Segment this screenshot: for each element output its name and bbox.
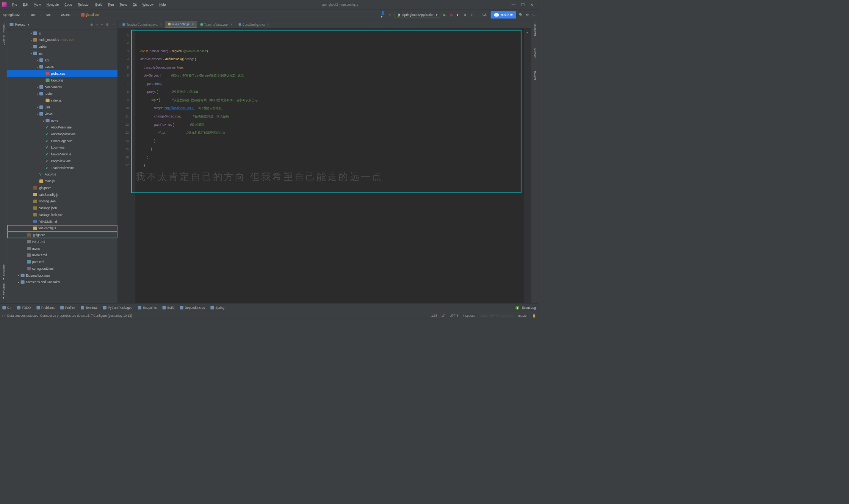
tree-node-assets[interactable]: assets: [7, 63, 117, 70]
code-line[interactable]: [140, 178, 524, 186]
toolwindow-build[interactable]: Build: [163, 306, 174, 310]
toolwindow-commit[interactable]: Commit: [2, 34, 5, 47]
toolwindow-profiler[interactable]: Profiler: [60, 306, 75, 310]
fold-gutter[interactable]: [131, 28, 135, 303]
breadcrumb-segment[interactable]: src: [45, 13, 52, 17]
tree-arrow-icon[interactable]: [29, 32, 33, 34]
tree-arrow-icon[interactable]: [36, 92, 39, 95]
menu-refactor[interactable]: Refactor: [75, 2, 92, 8]
tab-teacherview-vue[interactable]: TeacherView.vue✕: [197, 21, 235, 28]
tree-node-homepage-vue[interactable]: VHomePage.vue: [7, 138, 117, 144]
code-line[interactable]: changeOrigin: true, //是否设置同源，输入是的: [140, 113, 524, 121]
menu-navigate[interactable]: Navigate: [44, 2, 61, 8]
tree-node-components[interactable]: components: [7, 84, 117, 91]
tab-close-icon[interactable]: ✕: [230, 23, 232, 26]
toolwindow-dependencies[interactable]: Dependencies: [180, 306, 205, 310]
tree-arrow-icon[interactable]: [36, 59, 39, 61]
tab-close-icon[interactable]: ✕: [160, 23, 162, 26]
tree-node-newsview-vue[interactable]: VNewsView.vue: [7, 151, 117, 158]
tab-teachercontroller-java[interactable]: TeacherController.java✕: [120, 21, 165, 28]
tree-arrow-icon[interactable]: [17, 274, 20, 277]
menu-help[interactable]: Help: [157, 2, 168, 8]
menu-run[interactable]: Run: [106, 2, 116, 8]
tree-node-pageview-vue[interactable]: VPageView.vue: [7, 158, 117, 164]
toolwindow-structure[interactable]: ★ Structure: [2, 263, 5, 282]
debug-button[interactable]: 🐞: [449, 13, 453, 17]
toolwindow-favorites[interactable]: ★ Favorites: [2, 282, 5, 301]
code-line[interactable]: }: [140, 153, 524, 161]
chevron-down-icon[interactable]: ▾: [28, 23, 29, 27]
expand-all-icon[interactable]: ≡: [96, 23, 98, 27]
toolwindow-database[interactable]: Database: [533, 22, 537, 37]
code-line[interactable]: target: 'http://localhost:9093', //代理的目标…: [140, 104, 524, 113]
menu-code[interactable]: Code: [62, 2, 74, 8]
tree-node-global-css[interactable]: global.css: [7, 70, 117, 77]
code-line[interactable]: }: [140, 137, 524, 145]
tree-node-aboutview-vue[interactable]: VAboutView.vue: [7, 124, 117, 131]
tree-node-utils[interactable]: utils: [7, 104, 117, 111]
tree-arrow-icon[interactable]: [29, 45, 33, 48]
breadcrumb[interactable]: springboot2〉vue〉src〉assets〉global.css: [2, 12, 101, 17]
tree-node-views[interactable]: views: [7, 111, 117, 117]
tab-corsconfig-java[interactable]: CorsConfig.java✕: [236, 21, 272, 28]
indent-config[interactable]: 4 spaces: [463, 314, 475, 318]
tree-node-login-vue[interactable]: VLogin.vue: [7, 144, 117, 151]
close-button[interactable]: ✕: [530, 2, 533, 7]
code-line[interactable]: pathRewrite: { //路径重写: [140, 121, 524, 129]
toolwindow-problems[interactable]: Problems: [36, 306, 55, 310]
tree-node-mvnw[interactable]: mvnw: [7, 245, 117, 252]
toolwindow-maven[interactable]: Maven: [533, 70, 537, 81]
breadcrumb-segment[interactable]: assets: [60, 13, 72, 17]
tree-node-scratches-and-consoles[interactable]: Scratches and Consoles: [7, 279, 117, 285]
line-separator[interactable]: LF: [442, 314, 445, 318]
tree-node-springboot2-iml[interactable]: springboot2.iml: [7, 265, 117, 272]
menu-window[interactable]: Window: [140, 2, 156, 8]
event-log-badge[interactable]: 1: [515, 306, 519, 310]
tree-arrow-icon[interactable]: [29, 39, 33, 41]
breadcrumb-segment[interactable]: springboot2: [2, 13, 21, 17]
tree-node-anomalyview-vue[interactable]: VAnomalyView.vue: [7, 131, 117, 138]
tab-close-icon[interactable]: ✕: [267, 23, 269, 26]
caret-position[interactable]: 1:35: [431, 314, 437, 318]
toolwindow-project[interactable]: Project: [2, 22, 5, 34]
toolwindow-sciview[interactable]: SciView: [533, 47, 537, 60]
collapse-all-icon[interactable]: ÷: [101, 23, 103, 27]
code-line[interactable]: '^/api': '' //选择忽略拦截器里面的内容: [140, 129, 524, 137]
menu-file[interactable]: File: [9, 2, 19, 8]
hide-icon[interactable]: —: [112, 23, 115, 27]
minimize-button[interactable]: —: [512, 2, 515, 7]
tree-node-jsconfig-json[interactable]: jsconfig.json: [7, 198, 117, 205]
search-icon[interactable]: 🔍: [518, 13, 523, 17]
tree-node-package-lock-json[interactable]: package-lock.json: [7, 211, 117, 218]
run-button[interactable]: ▶: [443, 13, 447, 17]
code-line[interactable]: transpileDependencies: true,: [140, 63, 524, 72]
toolwindow-todo[interactable]: TODO: [17, 306, 31, 310]
code-line[interactable]: }: [140, 161, 524, 170]
code-area[interactable]: const {defineConfig} = require('@vue/cli…: [136, 28, 524, 303]
code-line[interactable]: proxy: { //设置代理，必须填: [140, 88, 524, 96]
status-icon[interactable]: ▢: [2, 314, 5, 318]
tree-arrow-icon[interactable]: [36, 86, 39, 88]
inspection-ok-icon[interactable]: ✔: [526, 31, 529, 34]
tree-node-router[interactable]: router: [7, 90, 117, 97]
user-icon[interactable]: 👤▾: [381, 13, 385, 17]
tree-arrow-icon[interactable]: [42, 119, 45, 122]
profile-button[interactable]: ⚙: [463, 13, 467, 17]
project-tree[interactable]: jsnode_moduleslibrary rootpublicsrcapias…: [7, 29, 117, 303]
stop-button[interactable]: ■: [470, 13, 474, 17]
back-icon[interactable]: ↖: [388, 13, 392, 17]
code-line[interactable]: port: 8080,: [140, 80, 524, 88]
toolwindow-python-packages[interactable]: Python Packages: [103, 306, 132, 310]
tree-node-public[interactable]: public: [7, 43, 117, 50]
tree-node-api[interactable]: api: [7, 57, 117, 64]
code-line[interactable]: }: [140, 145, 524, 153]
coverage-button[interactable]: ◧: [456, 13, 460, 17]
select-opened-icon[interactable]: ⊕: [90, 23, 93, 27]
code-line[interactable]: '/api': { //设置拦截器 拦截器格式 斜杠+拦截器名字，名字可以自己定: [140, 96, 524, 105]
menu-edit[interactable]: Edit: [20, 2, 31, 8]
toolwindow-terminal[interactable]: Terminal: [81, 306, 97, 310]
event-log-label[interactable]: Event Log: [522, 306, 536, 310]
toolwindow-spring[interactable]: Spring: [211, 306, 225, 310]
tree-node-main-js[interactable]: main.js: [7, 178, 117, 185]
tree-node-node_modules[interactable]: node_moduleslibrary root: [7, 36, 117, 43]
